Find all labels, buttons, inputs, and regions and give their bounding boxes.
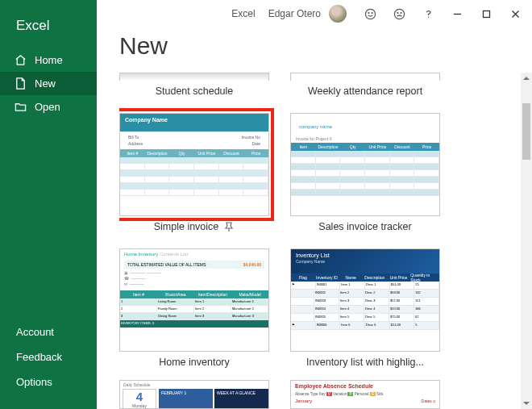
home-icon: [15, 54, 27, 66]
svg-point-1: [368, 12, 368, 13]
pin-icon[interactable]: [223, 221, 235, 232]
sidebar-item-new[interactable]: New: [0, 72, 97, 95]
svg-point-5: [401, 12, 401, 13]
open-icon: [15, 101, 27, 113]
template-caption: Student schedule: [156, 86, 234, 97]
close-icon[interactable]: [501, 2, 529, 26]
template-thumb: Company Name Bill ToInvoice No AddressDa…: [119, 113, 269, 216]
main: Excel Edgar Otero New: [97, 0, 532, 409]
sidebar-item-label: New: [35, 77, 56, 90]
svg-point-4: [397, 12, 397, 13]
thumb-title: Company Name: [120, 114, 268, 131]
template-caption: Simple invoice: [154, 221, 219, 232]
svg-point-2: [372, 12, 372, 13]
titlebar-user: Edgar Otero: [268, 8, 321, 19]
help-icon[interactable]: [414, 2, 442, 26]
template-thumb: [119, 73, 269, 81]
template-thumb: Home Inventory Contents List TOTAL ESTIM…: [119, 248, 269, 352]
template-caption: Inventory list with highlig...: [306, 357, 424, 368]
svg-point-3: [394, 9, 404, 19]
titlebar-app: Excel: [231, 8, 255, 19]
sidebar-item-feedback[interactable]: Feedback: [0, 344, 97, 369]
maximize-icon[interactable]: [472, 2, 500, 26]
sidebar-item-home[interactable]: Home: [0, 48, 97, 72]
sidebar-item-account[interactable]: Account: [0, 319, 97, 344]
app-title: Excel: [16, 18, 97, 34]
scrollbar-thumb[interactable]: [522, 103, 530, 160]
sidebar: Excel Home New Open: [0, 0, 97, 409]
template-card-weekly-attendance[interactable]: Weekly attendance report: [290, 73, 440, 97]
scroll-up-icon[interactable]: [521, 73, 532, 84]
template-card-simple-invoice[interactable]: Company Name Bill ToInvoice No AddressDa…: [119, 113, 269, 232]
sidebar-bottom: Account Feedback Options: [0, 319, 97, 409]
app-root: Excel Home New Open: [0, 0, 532, 409]
vertical-scrollbar[interactable]: [521, 73, 532, 409]
template-grid: Student schedule Weekly attendance repor…: [119, 73, 506, 368]
titlebar: Excel Edgar Otero: [97, 0, 532, 27]
scroll-down-icon[interactable]: [521, 398, 532, 409]
template-card-daily-schedule[interactable]: Daily Schedule 4 Monday FEBRUARY 1 WEEK …: [119, 380, 269, 409]
template-card-home-inventory[interactable]: Home Inventory Contents List TOTAL ESTIM…: [119, 248, 269, 368]
frown-icon[interactable]: [385, 2, 413, 26]
template-card-sales-invoice-tracker[interactable]: company name Invoice for Project X ItemD…: [290, 113, 440, 232]
content: New Student schedule Weekly attendance r…: [97, 27, 532, 409]
svg-point-0: [365, 9, 375, 19]
sidebar-header: Excel: [0, 0, 97, 48]
template-thumb: Daily Schedule 4 Monday FEBRUARY 1 WEEK …: [119, 380, 269, 409]
smile-icon[interactable]: [356, 2, 384, 26]
template-thumb: Inventory ListCompany Name FlagInventory…: [290, 248, 440, 352]
avatar[interactable]: [329, 5, 347, 23]
template-card-inventory-list[interactable]: Inventory ListCompany Name FlagInventory…: [290, 248, 440, 368]
template-row-peek-bottom: Daily Schedule 4 Monday FEBRUARY 1 WEEK …: [119, 380, 440, 409]
sidebar-item-options[interactable]: Options: [0, 369, 97, 394]
template-thumb: company name Invoice for Project X ItemD…: [290, 113, 440, 216]
template-card-employee-absence[interactable]: Employee Absence Schedule Absence Type K…: [290, 380, 440, 409]
sidebar-item-open[interactable]: Open: [0, 95, 97, 119]
template-thumb: Employee Absence Schedule Absence Type K…: [290, 380, 440, 409]
svg-rect-7: [483, 10, 489, 17]
template-caption: Sales invoice tracker: [318, 221, 411, 232]
sidebar-item-label: Home: [35, 54, 63, 66]
svg-point-6: [427, 16, 428, 17]
sidebar-nav: Home New Open: [0, 48, 97, 119]
template-caption: Home inventory: [159, 357, 230, 368]
new-icon: [15, 77, 27, 90]
template-scroll: Student schedule Weekly attendance repor…: [119, 73, 530, 409]
template-card-student-schedule[interactable]: Student schedule: [119, 73, 269, 97]
sidebar-item-label: Open: [35, 101, 60, 113]
page-title: New: [119, 32, 513, 60]
template-thumb: [290, 73, 440, 81]
minimize-icon[interactable]: [443, 2, 471, 26]
template-caption: Weekly attendance report: [308, 86, 422, 97]
